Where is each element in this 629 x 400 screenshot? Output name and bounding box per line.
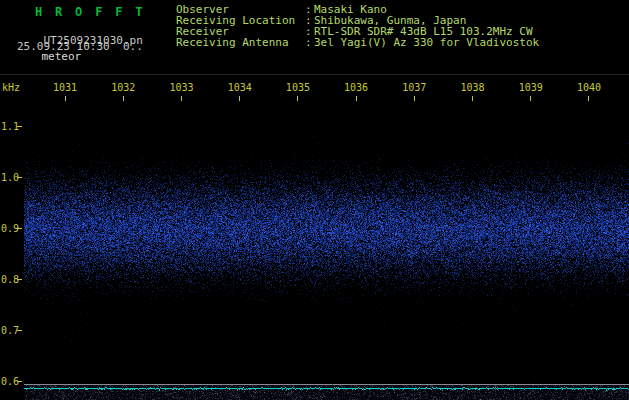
header-divider <box>0 74 629 75</box>
datetime-label: 25.09.23 10:30 0.. <box>17 40 143 53</box>
hrofft-window: H R O F F T UT2509231030.pn meteor 25.09… <box>0 0 629 400</box>
x-tick-label: 1038 <box>443 82 501 93</box>
x-tick-label: 1036 <box>327 82 385 93</box>
signal-level-strip <box>24 384 629 400</box>
x-tick-mark <box>385 96 443 101</box>
x-tick-label: 1031 <box>36 82 94 93</box>
y-tick-mark <box>17 279 22 280</box>
x-tick-mark <box>502 96 560 101</box>
x-tick-label: 1035 <box>269 82 327 93</box>
x-tick-label: 1034 <box>211 82 269 93</box>
x-tick-mark <box>36 96 94 101</box>
y-axis-unit-label: kHz <box>2 82 20 93</box>
x-tick-label: 1037 <box>385 82 443 93</box>
y-tick-mark <box>17 330 22 331</box>
y-tick-mark <box>17 177 22 178</box>
x-tick-mark <box>560 96 618 101</box>
x-axis-tick-labels: 1031 1032 1033 1034 1035 1036 1037 1038 … <box>36 82 618 93</box>
y-tick-mark <box>17 228 22 229</box>
x-tick-label: 1039 <box>502 82 560 93</box>
app-title: H R O F F T <box>35 5 145 19</box>
spectrogram-canvas <box>24 106 629 382</box>
info-separator: : <box>305 37 314 48</box>
x-tick-mark <box>94 96 152 101</box>
x-tick-label: 1033 <box>152 82 210 93</box>
station-info: Observer:Masaki Kano Receiving Location:… <box>176 4 539 48</box>
x-tick-mark <box>152 96 210 101</box>
info-row-antenna: Receiving Antenna:3el Yagi(V) Az 330 for… <box>176 37 539 48</box>
y-tick-mark <box>17 126 22 127</box>
x-tick-mark <box>211 96 269 101</box>
x-tick-mark <box>327 96 385 101</box>
x-axis-tick-marks <box>36 96 618 101</box>
signal-level-canvas <box>24 385 629 400</box>
info-value: 3el Yagi(V) Az 330 for Vladivostok <box>314 36 539 49</box>
x-tick-mark <box>443 96 501 101</box>
x-tick-label: 1040 <box>560 82 618 93</box>
x-tick-label: 1032 <box>94 82 152 93</box>
y-tick-mark <box>17 381 22 382</box>
x-tick-mark <box>269 96 327 101</box>
info-label: Receiving Antenna <box>176 37 305 48</box>
